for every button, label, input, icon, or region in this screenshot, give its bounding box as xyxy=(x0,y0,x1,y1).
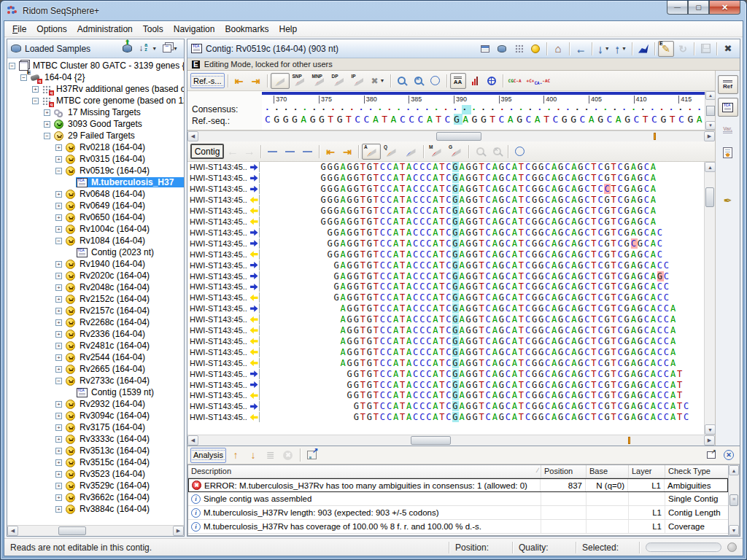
expand-toggle-icon[interactable]: + xyxy=(55,273,62,279)
tree-item-label[interactable]: Rv2544 (164-04) xyxy=(78,352,147,362)
ref-seq-selector-button[interactable]: Ref.-s... xyxy=(190,73,225,88)
expand-toggle-icon[interactable]: + xyxy=(55,296,62,303)
expand-toggle-icon[interactable]: + xyxy=(32,86,39,93)
tree-item-label[interactable]: Rv3175 (164-04) xyxy=(78,422,147,432)
expand-toggle-icon[interactable]: − xyxy=(32,98,39,104)
move-down-icon[interactable] xyxy=(245,447,261,463)
zoom-out-icon[interactable] xyxy=(489,144,505,160)
expand-toggle-icon[interactable]: + xyxy=(55,448,62,454)
tree-item-label[interactable]: Rv2152c (164-04) xyxy=(78,294,151,304)
tree-selected-item[interactable]: TCAM.tuberculosis_H37 xyxy=(76,177,184,187)
ambiguity-marker-button[interactable]: A xyxy=(362,144,381,160)
tree-item-label[interactable]: Rv1004c (164-04) xyxy=(78,224,151,234)
tree-item-label[interactable]: Rv3523 (164-04) xyxy=(78,469,147,479)
titlebar[interactable]: Ridom SeqSphere+ xyxy=(1,1,746,20)
read-row[interactable]: HWI-ST143:45..GGTGTCCATACCCATCGAGGTCAGCA… xyxy=(187,390,704,401)
expand-toggle-icon[interactable]: + xyxy=(55,413,62,419)
read-row[interactable]: HWI-ST143:45..GGGAGGTGTCCATACCCATCGAGGTC… xyxy=(187,217,704,228)
expand-toggle-icon[interactable]: + xyxy=(55,436,62,443)
analysis-selector-button[interactable]: Analysis xyxy=(190,448,226,463)
zoom-in-icon[interactable] xyxy=(394,73,410,89)
analysis-row[interactable]: M.tuberculosis_H37Rv has coverage of 100… xyxy=(188,520,728,534)
tree-item-label[interactable]: Rv3515c (164-04) xyxy=(78,457,151,467)
expand-toggle-icon[interactable]: + xyxy=(55,203,62,209)
minimize-button[interactable]: — xyxy=(667,1,688,15)
read-row[interactable]: HWI-ST143:45..GGGAGGTGTCCATACCCATCGAGGTC… xyxy=(187,173,704,184)
tree-horizontal-scrollbar[interactable]: ◀ ▶ xyxy=(7,525,184,536)
reference-sequence-area[interactable]: 370375380385390395400405410415 ·········… xyxy=(262,91,705,130)
expand-toggle-icon[interactable]: + xyxy=(55,331,62,338)
close-analysis-button[interactable] xyxy=(721,447,737,463)
read-row[interactable]: HWI-ST143:45..AGGTGTCCATACCCATCGAGGTCAGC… xyxy=(187,357,704,368)
analysis-row[interactable]: M.tuberculosis_H37Rv length: 903 (expect… xyxy=(188,506,728,520)
menu-tools[interactable]: Tools xyxy=(138,23,169,36)
read-row[interactable]: HWI-ST143:45..GTGTCCATACCCATCGAGGTCAGCAT… xyxy=(187,412,704,423)
gap-marker-button[interactable]: G xyxy=(446,144,465,160)
read-row[interactable]: HWI-ST143:45..AGGTGTCCATACCCATCGAGGTCAGC… xyxy=(187,336,704,347)
ip-marker-button[interactable]: IP xyxy=(349,73,368,89)
scrollbar-thumb[interactable] xyxy=(705,187,714,208)
next-sample-icon[interactable]: ▼ xyxy=(595,41,611,57)
home-icon[interactable] xyxy=(550,41,566,57)
tree-item-label[interactable]: Contig (2023 nt) xyxy=(90,247,155,257)
column-header-check-type[interactable]: Check Type xyxy=(665,465,728,478)
reads-vertical-scrollbar[interactable]: ▲ ▼ xyxy=(704,162,715,435)
menu-options[interactable]: Options xyxy=(31,23,71,36)
menu-bookmarks[interactable]: Bookmarks xyxy=(220,23,274,36)
read-row[interactable]: HWI-ST143:45..GAGGTGTCCATACCCATCGAGGTCAG… xyxy=(187,281,704,292)
read-row[interactable]: HWI-ST143:45..AGGTGTCCATACCCATCGAGGTCAGC… xyxy=(187,303,704,314)
annotation-pen-button[interactable] xyxy=(718,191,738,210)
undo-icon[interactable] xyxy=(225,144,241,160)
scrollbar-thumb[interactable] xyxy=(411,436,451,445)
expand-toggle-icon[interactable]: + xyxy=(55,144,62,151)
reference-vertical-scrollbar[interactable]: ▲ ▼ xyxy=(705,91,715,130)
scroll-down-icon[interactable]: ▼ xyxy=(729,525,739,535)
trim-start-icon[interactable] xyxy=(264,144,281,160)
scroll-up-icon[interactable]: ▲ xyxy=(705,91,716,100)
read-row[interactable]: HWI-ST143:45..GGTGTCCATACCCATCGAGGTCAGCA… xyxy=(187,379,704,390)
tree-item-label[interactable]: Rv2733c (164-04) xyxy=(78,376,151,386)
expand-toggle-icon[interactable]: + xyxy=(55,471,62,478)
info-icon[interactable] xyxy=(427,73,444,89)
tree-item-label[interactable]: Rv0650 (164-04) xyxy=(78,212,147,222)
reference-horizontal-scrollbar[interactable]: ◀ ▶ xyxy=(187,131,715,141)
expand-toggle-icon[interactable]: + xyxy=(55,354,62,361)
expand-toggle-icon[interactable]: + xyxy=(55,401,62,408)
expand-toggle-icon[interactable]: − xyxy=(55,238,62,244)
column-header-base[interactable]: Base xyxy=(587,465,629,478)
tree-item-label[interactable]: Rv1084 (164-04) xyxy=(78,236,147,246)
column-header-description[interactable]: Description∕ xyxy=(188,465,541,478)
read-row[interactable]: HWI-ST143:45..GTGTCCATACCCATCGAGGTCAGCAT… xyxy=(187,401,704,412)
expand-toggle-icon[interactable]: + xyxy=(44,121,50,128)
tree-item-label[interactable]: Rv2020c (164-04) xyxy=(78,271,151,281)
export-sample-table-icon[interactable] xyxy=(477,41,493,57)
tree-item-label[interactable]: Rv2336 (164-04) xyxy=(78,329,147,339)
expand-toggle-icon[interactable]: + xyxy=(55,343,62,349)
expand-toggle-icon[interactable]: + xyxy=(55,226,62,233)
menu-file[interactable]: File xyxy=(7,23,31,36)
read-row[interactable]: HWI-ST143:45..AGGTGTCCATACCCATCGAGGTCAGC… xyxy=(187,346,704,357)
translation-view-icon[interactable] xyxy=(484,73,500,89)
read-row[interactable]: HWI-ST143:45..GAGGTGTCCATACCCATCGAGGTCAG… xyxy=(187,271,704,281)
scroll-right-icon[interactable]: ▶ xyxy=(704,131,715,141)
scroll-down-icon[interactable]: ▼ xyxy=(705,121,716,130)
scroll-down-icon[interactable]: ▼ xyxy=(705,424,716,435)
read-row[interactable]: HWI-ST143:45..GGTGTCCATACCCATCGAGGTCAGCA… xyxy=(187,368,704,379)
next-difference-icon[interactable] xyxy=(248,73,264,89)
expand-toggle-icon[interactable]: − xyxy=(55,378,62,384)
tree-item-label[interactable]: MTBC core genome (based on 12 ge xyxy=(55,96,184,106)
scrollbar-thumb[interactable] xyxy=(58,526,86,535)
save-icon[interactable] xyxy=(697,41,713,57)
read-row[interactable]: HWI-ST143:45..GGAGGTGTCCATACCCATCGAGGTCA… xyxy=(187,238,704,249)
scroll-up-icon[interactable]: ▲ xyxy=(729,465,739,475)
move-up-icon[interactable] xyxy=(228,447,244,463)
expand-toggle-icon[interactable]: + xyxy=(55,284,62,291)
tree-item-label[interactable]: Rv1940 (164-04) xyxy=(78,259,147,269)
reads-horizontal-scrollbar[interactable]: ◀ ▶ xyxy=(187,435,715,446)
tree-item-label[interactable]: Rv0649 (164-04) xyxy=(78,201,147,211)
expand-toggle-icon[interactable]: + xyxy=(55,214,62,221)
tree-item-label[interactable]: Rv3513c (164-04) xyxy=(78,446,151,456)
submit-task-icon[interactable] xyxy=(635,41,651,57)
tree-item-label[interactable]: 29 Failed Targets xyxy=(66,131,136,141)
trim-end-icon[interactable] xyxy=(282,144,298,160)
